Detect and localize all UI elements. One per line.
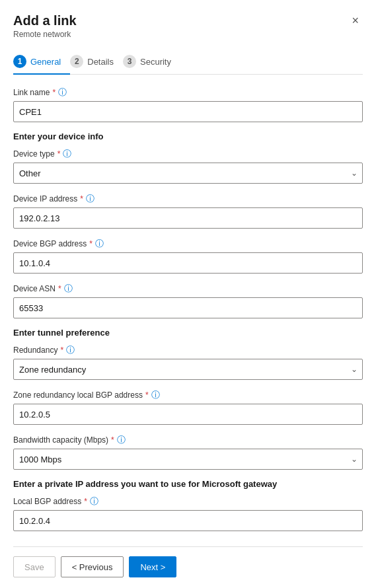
device-type-required: *	[57, 149, 61, 159]
previous-button[interactable]: < Previous	[61, 556, 124, 577]
local-bgp-required: *	[84, 497, 87, 506]
device-bgp-required: *	[89, 239, 93, 248]
redundancy-group: Redundancy * ⓘ Zone redundancy No redund…	[13, 344, 363, 380]
redundancy-select-wrapper: Zone redundancy No redundancy ⌄	[13, 359, 363, 380]
tabs-bar: 1 General 2 Details 3 Security	[13, 50, 363, 75]
modal-subtitle: Remote network	[13, 30, 77, 39]
device-ip-label: Device IP address * ⓘ	[13, 193, 363, 205]
bandwidth-label: Bandwidth capacity (Mbps) * ⓘ	[13, 434, 363, 446]
bandwidth-select[interactable]: 500 Mbps 1000 Mbps 2000 Mbps 5000 Mbps	[13, 449, 363, 470]
link-name-required: *	[52, 88, 56, 97]
link-name-input[interactable]	[13, 101, 363, 122]
zone-bgp-info-icon[interactable]: ⓘ	[151, 389, 160, 401]
device-type-group: Device type * ⓘ Other Cisco Juniper Palo…	[13, 148, 363, 184]
link-name-info-icon[interactable]: ⓘ	[58, 87, 67, 98]
zone-bgp-label: Zone redundancy local BGP address * ⓘ	[13, 389, 363, 401]
device-ip-info-icon[interactable]: ⓘ	[86, 193, 94, 205]
local-bgp-label: Local BGP address * ⓘ	[13, 496, 363, 507]
device-asn-group: Device ASN * ⓘ	[13, 283, 363, 318]
modal-header: Add a link Remote network ×	[13, 13, 363, 39]
tab-general-num: 1	[13, 55, 26, 68]
modal-title-group: Add a link Remote network	[13, 13, 77, 39]
tab-details-num: 2	[70, 55, 83, 68]
device-bgp-input[interactable]	[13, 252, 363, 274]
device-asn-input[interactable]	[13, 297, 363, 318]
tab-security[interactable]: 3 Security	[123, 50, 180, 75]
device-ip-required: *	[80, 194, 83, 203]
tab-security-num: 3	[123, 55, 136, 68]
device-info-heading: Enter your device info	[13, 131, 363, 141]
local-bgp-info-icon[interactable]: ⓘ	[90, 496, 98, 507]
device-bgp-info-icon[interactable]: ⓘ	[95, 238, 104, 250]
bandwidth-group: Bandwidth capacity (Mbps) * ⓘ 500 Mbps 1…	[13, 434, 363, 470]
local-bgp-input[interactable]	[13, 510, 363, 531]
bandwidth-select-wrapper: 500 Mbps 1000 Mbps 2000 Mbps 5000 Mbps ⌄	[13, 449, 363, 470]
redundancy-select[interactable]: Zone redundancy No redundancy	[13, 359, 363, 380]
tab-security-label: Security	[140, 57, 171, 67]
close-button[interactable]: ×	[348, 13, 363, 28]
modal-title: Add a link	[13, 13, 77, 28]
redundancy-label: Redundancy * ⓘ	[13, 344, 363, 356]
device-type-select-wrapper: Other Cisco Juniper Palo Alto ⌄	[13, 163, 363, 184]
tab-general-label: General	[30, 57, 61, 67]
bandwidth-required: *	[111, 435, 114, 445]
local-bgp-group: Local BGP address * ⓘ	[13, 496, 363, 531]
device-type-info-icon[interactable]: ⓘ	[63, 148, 71, 160]
modal-container: Add a link Remote network × 1 General 2 …	[0, 0, 376, 588]
zone-bgp-group: Zone redundancy local BGP address * ⓘ	[13, 389, 363, 425]
form-body: Link name * ⓘ Enter your device info Dev…	[13, 87, 363, 546]
tab-general[interactable]: 1 General	[13, 50, 70, 75]
private-ip-heading: Enter a private IP address you want to u…	[13, 479, 363, 489]
device-asn-label: Device ASN * ⓘ	[13, 283, 363, 295]
tab-details[interactable]: 2 Details	[70, 50, 123, 75]
device-ip-group: Device IP address * ⓘ	[13, 193, 363, 229]
save-button[interactable]: Save	[13, 556, 56, 577]
redundancy-required: *	[60, 346, 63, 355]
zone-bgp-required: *	[145, 390, 149, 400]
device-ip-input[interactable]	[13, 207, 363, 229]
bandwidth-info-icon[interactable]: ⓘ	[117, 434, 126, 446]
link-name-label: Link name * ⓘ	[13, 87, 363, 98]
redundancy-info-icon[interactable]: ⓘ	[66, 344, 75, 356]
tab-details-label: Details	[87, 57, 114, 67]
link-name-group: Link name * ⓘ	[13, 87, 363, 122]
device-bgp-group: Device BGP address * ⓘ	[13, 238, 363, 274]
next-button[interactable]: Next >	[129, 556, 176, 577]
device-bgp-label: Device BGP address * ⓘ	[13, 238, 363, 250]
device-type-label: Device type * ⓘ	[13, 148, 363, 160]
device-asn-info-icon[interactable]: ⓘ	[64, 283, 73, 295]
tunnel-pref-heading: Enter tunnel preference	[13, 328, 363, 338]
device-type-select[interactable]: Other Cisco Juniper Palo Alto	[13, 163, 363, 184]
modal-footer: Save < Previous Next >	[13, 546, 363, 588]
zone-bgp-input[interactable]	[13, 404, 363, 425]
device-asn-required: *	[58, 284, 61, 293]
